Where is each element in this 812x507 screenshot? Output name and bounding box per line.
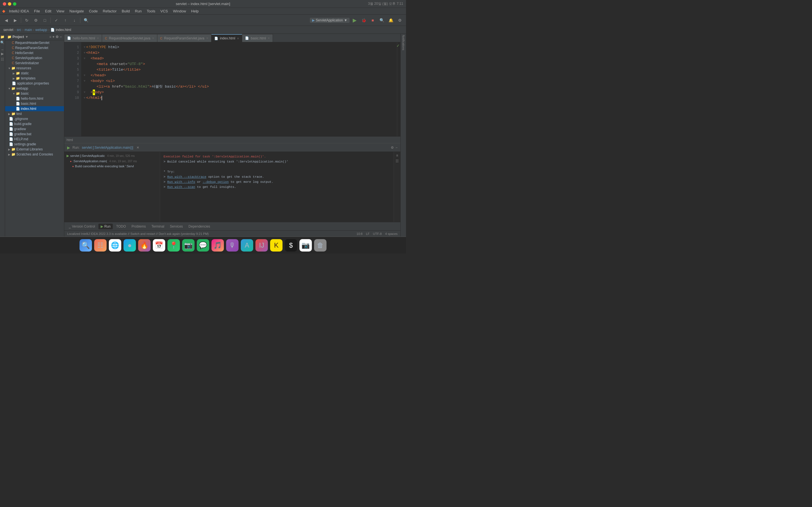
menu-tools[interactable]: Tools — [144, 8, 157, 14]
link-scan[interactable]: Run with --scan — [167, 185, 195, 189]
close-sidebar-btn[interactable]: − — [60, 35, 62, 39]
run-config[interactable]: ▶ ServletApplication ▼ — [310, 18, 350, 23]
tree-item-test[interactable]: ▶ 📁 test — [5, 111, 64, 116]
tree-item-basic[interactable]: ▼ 📁 basic — [5, 91, 64, 96]
sidebar-dropdown[interactable]: ▼ — [25, 35, 29, 39]
line-sep[interactable]: LF — [366, 232, 370, 235]
tree-item-indexhtml[interactable]: 📄 index.html — [5, 106, 64, 111]
code-editor[interactable]: ▿ <!DOCTYPE html> ▿ <html> ▿ <head> <met… — [81, 42, 397, 136]
dock-podcasts[interactable]: 🎙 — [226, 239, 239, 251]
dock-kakao[interactable]: K — [270, 239, 283, 251]
run-right-icon-2[interactable]: ☷ — [396, 159, 399, 163]
dock-appstore[interactable]: A — [241, 239, 253, 251]
tab-requestheader[interactable]: C RequestHeaderServlet.java ✕ — [102, 34, 157, 42]
run-item-1[interactable]: ▶ servlet [:ServletApplicatic 4 min, 19 … — [64, 153, 160, 159]
activity-project[interactable]: 📁 — [0, 35, 4, 39]
dock-messages[interactable]: 💬 — [197, 239, 209, 251]
toolbar-commit[interactable]: ✓ — [52, 16, 60, 24]
cursor-pos[interactable]: 10:8 — [357, 232, 363, 235]
dock-finder[interactable]: 🔍 — [80, 239, 92, 251]
tree-item-appprops[interactable]: 📄 application.properties — [5, 81, 64, 86]
dock-safari[interactable]: ● — [123, 239, 136, 251]
breadcrumb-main[interactable]: main — [24, 28, 32, 32]
dock-calendar[interactable]: 📅 — [153, 239, 165, 251]
tab-close-hello[interactable]: ✕ — [97, 37, 99, 40]
run-item-2[interactable]: ● :ServletApplication.main( 4 min, 19 se… — [64, 159, 160, 164]
dock-firefox[interactable]: 🔥 — [138, 239, 151, 251]
collapse-all-btn[interactable]: ≡ — [49, 35, 51, 39]
link-debug[interactable]: --debug option — [203, 180, 229, 184]
menu-run[interactable]: Run — [133, 8, 144, 14]
run-minimize-icon[interactable]: − — [396, 146, 398, 150]
toolbar-search2[interactable]: 🔍 — [378, 16, 386, 24]
stop-button[interactable]: ■ — [369, 16, 377, 24]
tree-item-resources[interactable]: ▼ 📁 resources — [5, 66, 64, 71]
breadcrumb-webapp[interactable]: webapp — [35, 28, 47, 32]
tab-basichtml[interactable]: 📄 basic.html ✕ — [242, 34, 273, 42]
tab-close-requestparam[interactable]: ✕ — [206, 37, 208, 40]
activity-run2[interactable]: ▶ — [1, 52, 4, 56]
notifications-label[interactable]: Notifications — [402, 35, 405, 50]
menu-edit[interactable]: Edit — [43, 8, 54, 14]
run-right-icon-1[interactable]: ≡ — [396, 154, 398, 158]
tree-item-helloform[interactable]: 📄 hello-form.html — [5, 96, 64, 101]
menu-navigate[interactable]: Navigate — [67, 8, 86, 14]
tree-item-requestheaderservlet[interactable]: C RequestHeaderServlet — [5, 40, 64, 45]
dock-trash[interactable]: 🗑 — [314, 239, 326, 251]
dock-intellij[interactable]: IJ — [255, 239, 268, 251]
minimize-button[interactable] — [8, 2, 11, 6]
tree-item-requestparamservlet[interactable]: C RequestParamServlet — [5, 45, 64, 50]
tab-todo[interactable]: TODO — [114, 224, 128, 229]
menu-code[interactable]: Code — [87, 8, 100, 14]
toolbar-expand[interactable]: □ — [41, 16, 49, 24]
toolbar-push[interactable]: ↑ — [61, 16, 69, 24]
toolbar-sync[interactable]: ↻ — [23, 16, 31, 24]
window-controls[interactable] — [3, 2, 16, 6]
tab-version-control[interactable]: ⎯ Version Control — [66, 224, 97, 229]
tab-problems[interactable]: Problems — [130, 224, 148, 229]
tree-item-webapp[interactable]: ▼ 📁 webapp — [5, 86, 64, 91]
run-output[interactable]: Execution failed for task ':ServletAppli… — [160, 152, 394, 222]
tab-terminal[interactable]: Terminal — [149, 224, 166, 229]
tree-item-servletapp[interactable]: C ServletApplication — [5, 55, 64, 61]
toolbar-search[interactable]: 🔍 — [82, 16, 90, 24]
tab-close-basic[interactable]: ✕ — [267, 37, 270, 40]
run-settings-icon[interactable]: ⚙ — [391, 146, 394, 150]
toolbar-pull[interactable]: ↓ — [70, 16, 79, 24]
tree-item-gradlew[interactable]: 📄 gradlew — [5, 126, 64, 131]
breadcrumb-indexhtml[interactable]: 📄 index.html — [50, 28, 71, 32]
tree-item-basichtml[interactable]: 📄 basic.html — [5, 101, 64, 106]
tab-close-requestheader[interactable]: ✕ — [152, 37, 154, 40]
tree-item-buildgradle[interactable]: 📄 build.gradle — [5, 121, 64, 126]
breadcrumb-servlet[interactable]: servlet — [3, 28, 13, 32]
dock-itunes[interactable]: 🎵 — [211, 239, 224, 251]
tree-item-gitignore[interactable]: 📄 .gitignore — [5, 116, 64, 121]
run-button[interactable]: ▶ — [351, 16, 359, 24]
tab-indexhtml[interactable]: 📄 index.html ✕ — [211, 34, 243, 42]
menu-file[interactable]: File — [32, 8, 42, 14]
tree-item-helloservlet[interactable]: C HelloServlet — [5, 50, 64, 55]
tab-run[interactable]: ▶ Run — [98, 224, 113, 229]
menu-vcs[interactable]: VCS — [158, 8, 170, 14]
dock-preview[interactable]: 📷 — [299, 239, 312, 251]
run-tab-close[interactable]: ✕ — [137, 146, 139, 150]
tab-requestparam[interactable]: C RequestParamServlet.java ✕ — [157, 34, 211, 42]
debug-button[interactable]: 🐞 — [360, 16, 368, 24]
settings-btn[interactable]: ⚙ — [56, 35, 59, 39]
tab-services[interactable]: Services — [168, 224, 185, 229]
run-config-dropdown[interactable]: ▼ — [344, 18, 347, 22]
tree-item-templates[interactable]: ▶ 📁 templates — [5, 76, 64, 81]
tree-item-helpmd[interactable]: 📄 HELP.md — [5, 136, 64, 142]
activity-search[interactable]: 🔍 — [0, 41, 4, 45]
menu-build[interactable]: Build — [119, 8, 132, 14]
toolbar-settings2[interactable]: ⚙ — [396, 16, 404, 24]
menu-help[interactable]: Help — [189, 8, 201, 14]
tree-item-settingsgradle[interactable]: 📄 settings.gradle — [5, 142, 64, 147]
toolbar-notifications[interactable]: 🔔 — [387, 16, 395, 24]
tab-dependencies[interactable]: Dependencies — [186, 224, 213, 229]
tree-item-scratches[interactable]: ▶ 📁 Scratches and Consoles — [5, 152, 64, 157]
locate-file-btn[interactable]: ⌖ — [52, 35, 54, 39]
activity-structure[interactable]: ☷ — [1, 57, 4, 61]
dock-maps[interactable]: 📍 — [167, 239, 180, 251]
menu-app[interactable]: IntelliJ IDEA — [7, 8, 31, 14]
